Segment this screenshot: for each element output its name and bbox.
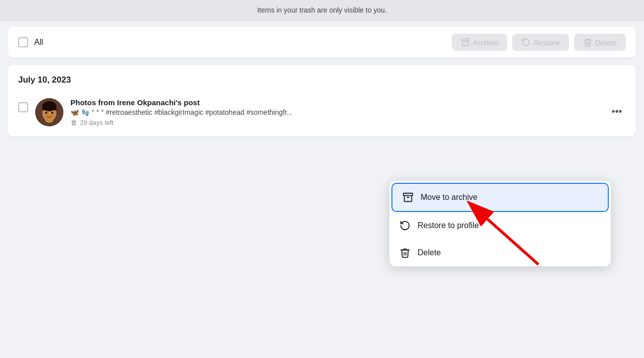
all-label: All — [34, 38, 43, 47]
post-item: Photos from Irene Okpanachi's post 🦋 🧤 °… — [18, 93, 626, 131]
select-all-checkbox[interactable] — [18, 37, 28, 47]
main-content: All Archive Restore — [0, 21, 644, 142]
post-checkbox[interactable] — [18, 102, 28, 112]
more-options-button[interactable]: ••• — [608, 102, 626, 120]
svg-rect-4 — [42, 106, 56, 110]
toolbar-card: All Archive Restore — [8, 27, 636, 58]
post-author: Photos from Irene Okpanachi's post — [70, 98, 601, 107]
post-meta: 🗑 29 days left — [70, 119, 601, 126]
svg-point-6 — [51, 112, 53, 114]
dropdown-archive-icon — [403, 192, 414, 203]
archive-icon — [461, 38, 470, 47]
dropdown-restore-icon — [399, 220, 411, 231]
section-date: July 10, 2023 — [18, 75, 626, 85]
notice-text: Items in your trash are only visible to … — [257, 6, 387, 14]
toolbar-left: All — [18, 37, 43, 47]
delete-button-label: Delete — [595, 38, 617, 47]
archive-button-label: Archive — [473, 38, 498, 47]
svg-point-7 — [45, 118, 53, 123]
toolbar-right: Archive Restore Delete — [452, 34, 626, 51]
notice-bar: Items in your trash are only visible to … — [0, 0, 644, 21]
dropdown-delete-label: Delete — [418, 248, 441, 257]
dropdown-restore-label: Restore to profile — [418, 221, 479, 230]
archive-button[interactable]: Archive — [452, 34, 507, 51]
section-card: July 10, 2023 — [8, 65, 636, 136]
restore-icon — [521, 38, 530, 47]
restore-button[interactable]: Restore — [512, 34, 569, 51]
delete-button[interactable]: Delete — [574, 34, 626, 51]
days-left: 29 days left — [80, 119, 114, 126]
dropdown-item-archive[interactable]: Move to archive — [391, 183, 609, 212]
svg-rect-0 — [462, 39, 469, 41]
avatar — [35, 98, 63, 126]
dropdown-item-delete[interactable]: Delete — [389, 239, 611, 266]
dropdown-delete-icon — [399, 247, 411, 258]
dropdown-archive-label: Move to archive — [421, 193, 477, 202]
svg-rect-8 — [404, 193, 413, 196]
restore-button-label: Restore — [533, 38, 560, 47]
dropdown-item-restore[interactable]: Restore to profile — [389, 212, 611, 239]
svg-point-5 — [45, 112, 47, 114]
avatar-image — [35, 98, 63, 126]
post-content: Photos from Irene Okpanachi's post 🦋 🧤 °… — [70, 98, 601, 126]
avatar-svg — [35, 98, 63, 126]
post-text: 🦋 🧤 ° ° ° #retroaesthetic #blackgirImagi… — [70, 108, 372, 116]
delete-icon — [583, 38, 592, 47]
more-dots-icon: ••• — [611, 106, 622, 117]
trash-icon-small: 🗑 — [70, 119, 77, 126]
dropdown-menu: Move to archive Restore to profile — [389, 181, 611, 266]
